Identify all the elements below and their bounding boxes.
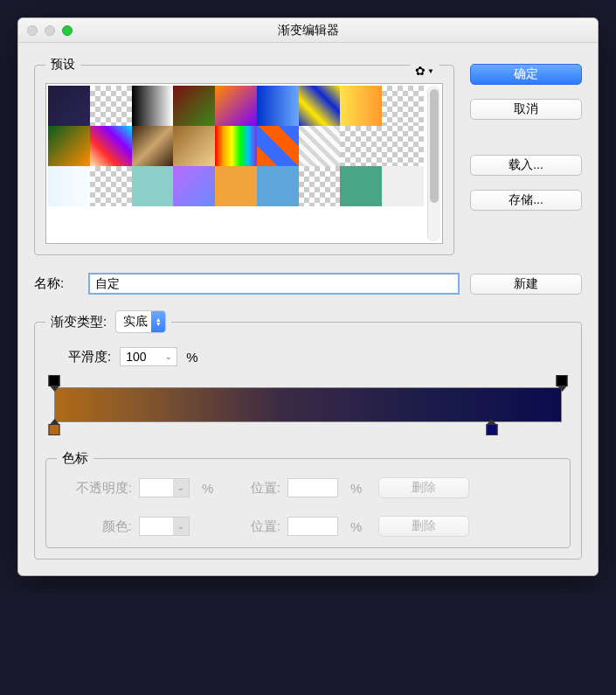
opacity-position-input (287, 478, 338, 497)
name-label: 名称: (34, 275, 78, 292)
gradient-preview-bar[interactable] (54, 387, 562, 422)
preset-swatch[interactable] (132, 126, 174, 166)
preset-swatch[interactable] (299, 126, 341, 166)
preset-swatch[interactable] (48, 166, 90, 206)
preset-swatch[interactable] (340, 166, 382, 206)
preset-swatch[interactable] (340, 86, 382, 126)
zoom-window-button[interactable] (62, 25, 73, 36)
opacity-stop-left[interactable] (49, 375, 60, 386)
select-caret-icon: ▲▼ (151, 311, 165, 332)
gradient-editor-dialog: 渐变编辑器 预设 ✿ ▼ 确定 取消 载入. (17, 17, 599, 576)
percent-label: % (202, 481, 228, 496)
preset-swatch[interactable] (173, 126, 215, 166)
gradient-editor-strip (45, 372, 571, 447)
preset-swatch[interactable] (48, 86, 90, 126)
presets-menu-button[interactable]: ✿ ▼ (410, 64, 440, 78)
presets-scrollbar[interactable] (427, 86, 440, 241)
smoothness-label: 平滑度: (68, 349, 111, 365)
preset-swatch[interactable] (132, 86, 174, 126)
preset-swatch[interactable] (382, 166, 424, 206)
color-label: 颜色: (57, 518, 132, 535)
preset-swatch[interactable] (90, 126, 132, 166)
preset-swatch[interactable] (48, 126, 90, 166)
color-stop-left[interactable] (49, 424, 60, 435)
chevron-down-icon: ⌄ (173, 518, 189, 535)
scrollbar-thumb[interactable] (430, 89, 439, 203)
position-label: 位置: (235, 480, 280, 497)
stops-fieldset: 色标 不透明度: ⌄ % 位置: % 删除 颜色: ⌄ 位置: % 删除 (45, 450, 571, 548)
dropdown-icon: ▼ (427, 67, 434, 75)
preset-swatch[interactable] (382, 86, 424, 126)
cancel-button[interactable]: 取消 (470, 99, 582, 120)
preset-swatch[interactable] (299, 86, 341, 126)
gradient-type-value: 实底 (123, 314, 148, 328)
stops-legend: 色标 (57, 450, 93, 467)
preset-swatch[interactable] (90, 166, 132, 206)
gradient-type-legend: 渐变类型: 实底 ▲▼ (45, 310, 171, 333)
color-position-input (287, 517, 338, 536)
preset-swatch[interactable] (173, 166, 215, 206)
smoothness-input[interactable]: 100 ⌄ (120, 347, 177, 366)
gradient-type-select[interactable]: 实底 ▲▼ (115, 310, 166, 333)
preset-swatch[interactable] (299, 166, 341, 206)
smoothness-value: 100 (126, 350, 146, 364)
opacity-input: ⌄ (139, 478, 190, 497)
gear-icon: ✿ (415, 64, 426, 78)
minimize-window-button[interactable] (45, 25, 55, 36)
new-button[interactable]: 新建 (470, 274, 582, 295)
preset-swatch[interactable] (340, 126, 382, 166)
percent-label: % (186, 350, 197, 365)
dialog-buttons-column: 确定 取消 载入... 存储... (470, 57, 582, 211)
name-input[interactable] (88, 273, 460, 295)
load-button[interactable]: 载入... (470, 155, 582, 176)
gradient-type-label: 渐变类型: (51, 314, 107, 330)
close-window-button[interactable] (27, 25, 38, 36)
percent-label: % (350, 481, 371, 496)
preset-swatch[interactable] (257, 166, 299, 206)
window-controls (18, 25, 73, 36)
preset-swatch[interactable] (257, 126, 299, 166)
position-label: 位置: (235, 518, 280, 535)
presets-box (45, 83, 443, 244)
opacity-label: 不透明度: (57, 480, 132, 497)
preset-swatch[interactable] (132, 166, 174, 206)
presets-legend: 预设 (45, 57, 80, 73)
preset-swatch[interactable] (382, 126, 424, 166)
dialog-title: 渐变编辑器 (18, 23, 598, 38)
titlebar: 渐变编辑器 (18, 18, 598, 43)
save-button[interactable]: 存储... (470, 190, 582, 211)
ok-button[interactable]: 确定 (470, 64, 582, 85)
preset-swatches-grid (48, 86, 424, 241)
color-stop-right[interactable] (486, 424, 497, 435)
opacity-stop-right[interactable] (557, 375, 568, 386)
preset-swatch[interactable] (173, 86, 215, 126)
preset-swatch[interactable] (215, 86, 257, 126)
color-swatch-input: ⌄ (139, 517, 190, 536)
gradient-type-fieldset: 渐变类型: 实底 ▲▼ 平滑度: 100 ⌄ % (34, 310, 582, 559)
preset-swatch[interactable] (215, 126, 257, 166)
chevron-down-icon: ⌄ (173, 479, 189, 497)
presets-fieldset: 预设 ✿ ▼ (34, 57, 454, 255)
delete-opacity-stop-button: 删除 (378, 477, 469, 498)
preset-swatch[interactable] (215, 166, 257, 206)
preset-swatch[interactable] (90, 86, 132, 126)
chevron-down-icon: ⌄ (165, 352, 172, 361)
delete-color-stop-button: 删除 (378, 516, 469, 537)
percent-label: % (350, 519, 371, 534)
preset-swatch[interactable] (257, 86, 299, 126)
